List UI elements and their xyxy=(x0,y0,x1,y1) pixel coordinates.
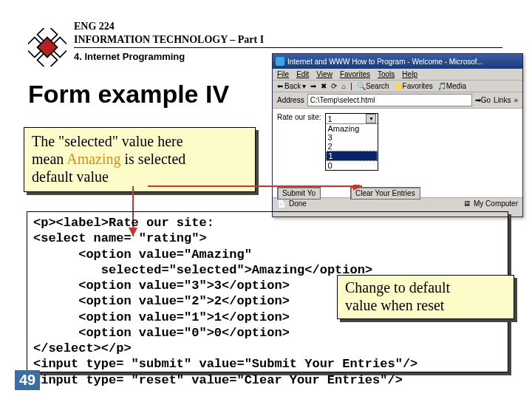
callout-line: Change to default xyxy=(345,279,506,296)
callout-line: The "selected" value here xyxy=(32,132,248,150)
rate-label: Rate our site: xyxy=(277,113,321,121)
browser-addressbar: Address C:\Temp\select.html ➡Go Links» xyxy=(273,92,522,109)
select-option[interactable]: Amazing xyxy=(326,124,378,133)
media-button[interactable]: 🎵Media xyxy=(437,82,466,90)
forward-button[interactable]: ➡ xyxy=(310,82,316,90)
address-label: Address xyxy=(277,96,304,104)
ie-icon xyxy=(276,57,284,66)
course-title: INFORMATION TECHNOLOGY – Part I xyxy=(74,34,502,48)
menu-file[interactable]: File xyxy=(277,70,289,78)
submit-button[interactable]: Submit Yo xyxy=(277,187,321,200)
browser-menubar: File Edit View Favorites Tools Help xyxy=(273,69,522,81)
menu-tools[interactable]: Tools xyxy=(378,70,395,78)
back-button[interactable]: ⬅ Back ▾ xyxy=(277,82,306,90)
computer-icon: 🖥 xyxy=(463,200,471,208)
callout-reset-explain: Change to default value when reset xyxy=(337,275,514,319)
status-zone: My Computer xyxy=(474,200,518,208)
slide-title: Form example IV xyxy=(28,80,229,109)
stop-button[interactable]: ✖ xyxy=(321,82,327,90)
highlight-word: Amazing xyxy=(66,151,120,167)
select-option-highlighted[interactable]: 1 xyxy=(326,151,378,161)
callout-line: default value xyxy=(32,168,248,185)
slide-number: 49 xyxy=(15,370,40,390)
browser-title: Internet and WWW How to Program - Welcom… xyxy=(287,58,483,66)
callout-line: mean Amazing is selected xyxy=(32,150,248,168)
menu-favorites[interactable]: Favorites xyxy=(340,70,370,78)
browser-window: Internet and WWW How to Program - Welcom… xyxy=(272,53,523,217)
browser-titlebar: Internet and WWW How to Program - Welcom… xyxy=(273,54,522,69)
rating-select[interactable]: 1▼ Amazing 3 2 1 0 xyxy=(325,113,378,171)
go-button[interactable]: ➡Go xyxy=(475,96,491,104)
address-input[interactable]: C:\Temp\select.html xyxy=(307,94,472,106)
select-option[interactable]: 2 xyxy=(326,142,378,151)
callout-selected-explain: The "selected" value here mean Amazing i… xyxy=(24,127,256,192)
page-icon: 📄 xyxy=(277,200,286,208)
callout-line: value when reset xyxy=(345,296,506,314)
search-button[interactable]: 🔍Search xyxy=(357,82,389,90)
menu-help[interactable]: Help xyxy=(402,70,417,78)
select-option[interactable]: 3 xyxy=(326,133,378,142)
menu-edit[interactable]: Edit xyxy=(296,70,309,78)
chevron-down-icon[interactable]: ▼ xyxy=(366,114,376,123)
links-label: Links xyxy=(494,96,511,104)
browser-toolbar: ⬅ Back ▾ ➡ ✖ ⟳ ⌂ | 🔍Search ⭐Favorites 🎵M… xyxy=(273,81,522,92)
refresh-button[interactable]: ⟳ xyxy=(331,82,337,90)
clear-button[interactable]: Clear Your Entries xyxy=(350,187,420,200)
institution-logo xyxy=(28,28,66,66)
menu-view[interactable]: View xyxy=(316,70,332,78)
status-done: Done xyxy=(289,200,307,208)
favorites-button[interactable]: ⭐Favorites xyxy=(394,82,433,90)
svg-rect-4 xyxy=(38,38,58,58)
browser-content: Rate our site: 1▼ Amazing 3 2 1 0 Submit… xyxy=(273,109,522,197)
course-code: ENG 224 xyxy=(74,21,502,33)
home-button[interactable]: ⌂ xyxy=(341,82,346,90)
select-option[interactable]: 0 xyxy=(326,161,378,170)
